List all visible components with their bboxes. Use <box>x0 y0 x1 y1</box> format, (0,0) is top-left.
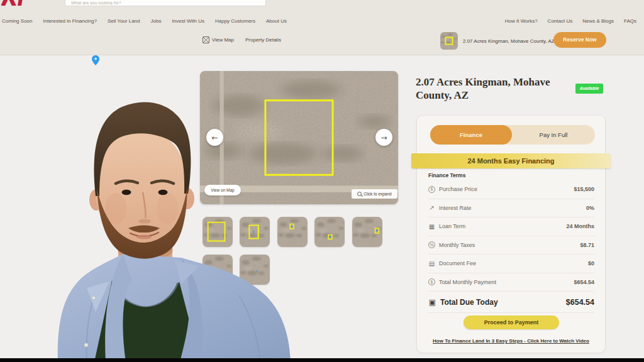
finance-term-row: ▤Document Fee$0 <box>428 255 594 273</box>
nav-coming-soon[interactable]: Coming Soon <box>2 18 32 24</box>
finance-term-label: Loan Term <box>439 223 465 229</box>
video-frame: Coming SoonInterested in Financing?Sell … <box>0 0 644 362</box>
receipt-icon: ▣ <box>428 298 436 306</box>
map-pin-icon <box>92 55 99 65</box>
calendar-icon: ▦ <box>428 223 435 230</box>
percent-circle-icon: % <box>428 241 435 248</box>
payment-toggle: Finance Pay In Full <box>430 125 595 145</box>
magnifier-icon <box>357 192 362 196</box>
nav-sell-your-land[interactable]: Sell Your Land <box>108 18 140 24</box>
site-header: Coming SoonInterested in Financing?Sell … <box>0 0 644 55</box>
property-bar-title: 2.07 Acres Kingman, Mohave County, AZ <box>463 38 555 44</box>
right-arrow-icon: → <box>380 133 387 142</box>
finance-term-label: Interest Rate <box>439 205 472 211</box>
finance-term-label: Purchase Price <box>439 186 477 192</box>
map-icon <box>203 36 209 43</box>
primary-nav: Coming SoonInterested in Financing?Sell … <box>2 18 287 24</box>
finance-term-value: $8.71 <box>580 242 594 248</box>
finance-tab[interactable]: Finance <box>430 125 512 145</box>
finance-terms-list: $Purchase Price$15,500↗Interest Rate0%▦L… <box>428 180 594 313</box>
trend-chart-icon: ↗ <box>428 204 435 211</box>
finance-term-value: $15,500 <box>574 186 594 192</box>
finance-term-value: $654.54 <box>566 298 594 307</box>
nav-invest-with-us[interactable]: Invest With Us <box>172 18 204 24</box>
nav-jobs[interactable]: Jobs <box>150 18 161 24</box>
photo-thumbnail-4[interactable] <box>314 217 345 247</box>
tab-property-details-label: Property Details <box>245 37 281 43</box>
nav-interested-in-financing[interactable]: Interested in Financing? <box>43 18 96 24</box>
click-to-expand-label: Click to expand <box>364 192 391 196</box>
property-bar-thumbnail <box>440 32 458 50</box>
dollar-circle-icon: $ <box>428 278 435 285</box>
page-title: 2.07 Acres Kingman, MohaveCounty, AZ <box>416 75 584 102</box>
search-input[interactable] <box>65 0 266 6</box>
finance-term-label: Document Fee <box>439 260 476 266</box>
financing-banner: 24 Months Easy Financing <box>411 153 611 168</box>
finance-term-row: $Total Monthly Payment$654.54 <box>428 273 594 292</box>
presenter-person <box>47 94 299 362</box>
tab-view-map[interactable]: View Map <box>203 36 234 43</box>
next-photo-button[interactable]: → <box>375 129 392 146</box>
finance-term-row: $Purchase Price$15,500 <box>428 180 594 199</box>
reserve-now-button[interactable]: Reserve Now <box>553 32 606 48</box>
click-to-expand-button[interactable]: Click to expand <box>352 189 397 199</box>
dollar-circle-icon: $ <box>428 186 435 193</box>
nav-happy-customers[interactable]: Happy Customers <box>215 18 255 24</box>
tab-view-map-label: View Map <box>212 37 234 43</box>
total-due-today-row: ▣Total Due Today$654.54 <box>428 292 594 313</box>
listing-tabs: View Map Property Details <box>203 36 281 43</box>
clipboard-icon: ▤ <box>428 260 435 267</box>
finance-term-value: 24 Months <box>566 223 594 229</box>
finance-term-value: $0 <box>588 260 594 266</box>
nav-faqs[interactable]: FAQs <box>624 18 636 24</box>
letterbox-bar <box>0 358 644 362</box>
photo-thumbnail-5[interactable] <box>352 217 382 247</box>
finance-term-label: Monthly Taxes <box>439 242 475 248</box>
tab-property-details[interactable]: Property Details <box>245 37 281 43</box>
finance-term-value: $654.54 <box>574 279 594 285</box>
nav-news-blogs[interactable]: News & Blogs <box>582 18 614 24</box>
finance-terms-heading: Finance Terms <box>428 172 465 178</box>
finance-term-row: ↗Interest Rate0% <box>428 199 594 218</box>
finance-term-label: Total Due Today <box>440 298 498 307</box>
finance-term-value: 0% <box>586 205 594 211</box>
nav-about-us[interactable]: About Us <box>266 18 287 24</box>
pay-in-full-tab[interactable]: Pay In Full <box>512 125 595 145</box>
secondary-nav: How It Works?Contact UsNews & BlogsFAQs <box>505 18 636 24</box>
nav-how-it-works[interactable]: How It Works? <box>505 18 538 24</box>
finance-term-row: %Monthly Taxes$8.71 <box>428 236 594 255</box>
proceed-to-payment-button[interactable]: Proceed to Payment <box>464 315 559 329</box>
finance-term-row: ▦Loan Term24 Months <box>428 217 594 236</box>
status-badge: Available <box>575 84 603 94</box>
finance-term-label: Total Monthly Payment <box>439 279 496 285</box>
watch-video-link[interactable]: How To Finance Land In 3 Easy Steps - Cl… <box>416 338 606 344</box>
site-logo[interactable] <box>1 0 26 6</box>
nav-contact-us[interactable]: Contact Us <box>548 18 573 24</box>
